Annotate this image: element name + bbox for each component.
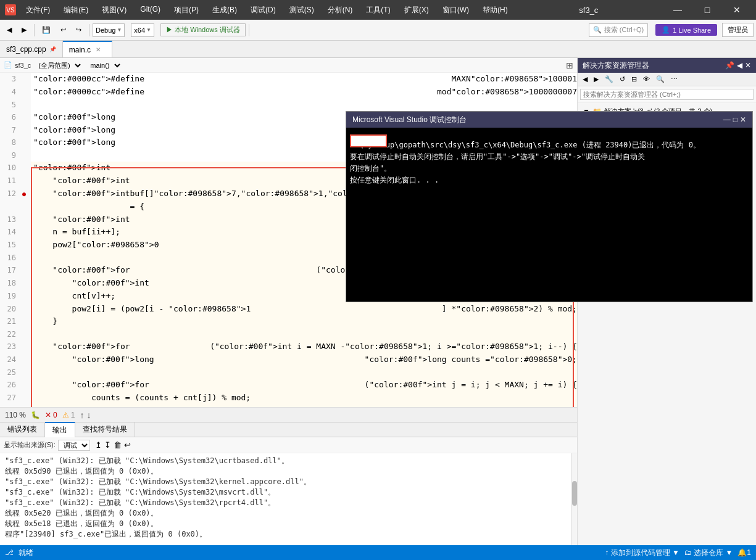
menu-item[interactable]: 扩展(X) [398, 2, 435, 18]
tab-output[interactable]: 输出 [45, 422, 75, 437]
scope-dropdown[interactable]: (全局范围) [33, 60, 83, 70]
menu-item[interactable]: 调试(D) [244, 2, 282, 18]
nav-up-arrow[interactable]: ↑ [80, 410, 84, 420]
manage-label: 管理员 [728, 26, 748, 33]
menu-item[interactable]: 分析(N) [322, 2, 359, 18]
output-scroll-bottom-icon[interactable]: ↧ [104, 440, 111, 450]
line-content [31, 328, 577, 340]
tab-label-sf3-cpp: sf3_cpp.cpp [6, 45, 46, 54]
redo-button[interactable]: ↪ [72, 23, 86, 36]
solution-search-input[interactable] [580, 89, 754, 100]
gutter [22, 340, 31, 353]
panel-pin-icon[interactable]: 📌 [725, 61, 734, 70]
se-forward-icon[interactable]: ▶ [591, 74, 601, 84]
debug-input[interactable]: 100 [350, 134, 387, 147]
collapse-button[interactable]: ⊞ [566, 60, 573, 70]
se-properties-icon[interactable]: 🔧 [602, 74, 616, 84]
tab-sf3-cpp[interactable]: sf3_cpp.cpp 📌 [0, 41, 63, 57]
debug-console-maximize[interactable]: □ [733, 115, 737, 124]
close-button[interactable]: ✕ [723, 0, 751, 20]
menu-item[interactable]: 工具(T) [360, 2, 396, 18]
panel-close-icon[interactable]: ✕ [745, 61, 751, 70]
output-panel: 错误列表 输出 查找符号结果 显示输出来源(S): 调试 ↥ ↧ 🗑 ↩ [0, 422, 577, 545]
code-line-25: 25 [0, 366, 577, 379]
nav-down-arrow[interactable]: ↓ [86, 410, 91, 420]
tab-find-symbol[interactable]: 查找符号结果 [75, 422, 135, 437]
minimize-button[interactable]: — [663, 0, 692, 20]
tab-error-list[interactable]: 错误列表 [0, 422, 45, 437]
menu-item[interactable]: 窗口(W) [436, 2, 475, 18]
forward-button[interactable]: ▶ [17, 23, 31, 36]
location-bar: 📄 sf3_c (全局范围) main() ⊞ [0, 58, 577, 73]
status-ready: 就绪 [19, 548, 33, 558]
line-number: 15 [0, 239, 22, 252]
gutter [22, 136, 31, 149]
tab-main-c[interactable]: main.c ✕ [63, 41, 112, 57]
se-back-icon[interactable]: ◀ [580, 74, 590, 84]
menu-item[interactable]: 项目(P) [168, 2, 205, 18]
se-filter-icon[interactable]: 🔍 [654, 74, 667, 84]
line-number: 11 [0, 175, 22, 187]
add-source-control[interactable]: ↑ 添加到源代码管理 ▼ [605, 548, 679, 558]
se-show-all-icon[interactable]: 👁 [641, 74, 652, 84]
menu-item[interactable]: 编辑(E) [57, 2, 94, 18]
output-source-dropdown[interactable]: 调试 [58, 440, 90, 451]
status-bar: ⎇ 就绪 ↑ 添加到源代码管理 ▼ 🗂 选择仓库 ▼ 🔔1 [0, 545, 756, 560]
debug-config-dropdown[interactable]: Debug ▼ [93, 23, 125, 37]
output-scrollbar[interactable] [571, 453, 577, 545]
error-icon: ✕ [45, 411, 51, 419]
scrollbar-thumb[interactable] [572, 481, 577, 506]
line-content: "color:#00f">int [31, 187, 130, 213]
maximize-button[interactable]: □ [693, 0, 721, 20]
output-clear-icon[interactable]: 🗑 [114, 440, 122, 450]
menu-item[interactable]: 文件(F) [20, 2, 56, 18]
se-refresh-icon[interactable]: ↺ [617, 74, 628, 84]
output-scroll-top-icon[interactable]: ↥ [95, 440, 102, 450]
line-content: "color:#0000cc">#define [31, 86, 437, 99]
tab-label-main-c: main.c [69, 46, 91, 54]
debug-console-close[interactable]: ✕ [740, 115, 746, 124]
tab-close-main-c[interactable]: ✕ [94, 46, 102, 54]
menu-item[interactable]: 生成(B) [206, 2, 243, 18]
code-line-27: 27 counts = (counts + cnt[j]) % mod; [0, 392, 577, 405]
manage-button[interactable]: 管理员 [722, 23, 754, 37]
gutter [22, 264, 31, 277]
line-number: 9 [0, 149, 22, 162]
se-collapse-all-icon[interactable]: ⊟ [629, 74, 639, 84]
line-number: 28 [0, 405, 22, 407]
platform-dropdown[interactable]: x64 ▼ [131, 23, 154, 37]
panel-collapse-icon[interactable]: ◀ [737, 61, 742, 70]
save-all-button[interactable]: 💾 [38, 23, 55, 36]
gutter [22, 405, 31, 407]
live-share-icon: 👤 [662, 26, 670, 34]
line-number: 19 [0, 290, 22, 303]
menu-item[interactable]: Git(G) [134, 2, 167, 18]
status-right: ↑ 添加到源代码管理 ▼ 🗂 选择仓库 ▼ 🔔1 [605, 548, 751, 558]
output-wrap-icon[interactable]: ↩ [124, 440, 131, 450]
run-button[interactable]: ▶ 本地 Windows 调试器 [160, 23, 246, 36]
line-number: 4 [0, 86, 22, 99]
line-content: "color:#00f">long [31, 353, 365, 366]
debug-console-title: Microsoft Visual Studio 调试控制台 [352, 115, 467, 125]
line-content: } [31, 315, 577, 328]
select-repo[interactable]: 🗂 选择仓库 ▼ [684, 548, 733, 558]
notification-icon[interactable]: 🔔1 [737, 548, 751, 557]
menu-item[interactable]: 测试(S) [283, 2, 320, 18]
dropdown-arrow-icon: ▼ [117, 27, 122, 33]
search-box[interactable]: 🔍 搜索 (Ctrl+Q) [589, 23, 648, 37]
live-share-button[interactable]: 👤 1 Live Share [655, 24, 717, 36]
line-number: 8 [0, 136, 22, 149]
line-content: counts = (counts + cnt[j]) % mod; [31, 392, 577, 405]
title-bar-right: — □ ✕ [663, 0, 751, 20]
live-share-label: 1 Live Share [673, 27, 711, 34]
line-content: "color:#00f">for [31, 379, 365, 392]
menu-item[interactable]: 视图(V) [96, 2, 133, 18]
debug-console-minimize[interactable]: — [723, 115, 731, 124]
menu-item[interactable]: 帮助(H) [476, 2, 514, 18]
back-button[interactable]: ◀ [2, 23, 16, 36]
gutter [22, 111, 31, 124]
run-label: ▶ 本地 Windows 调试器 [166, 25, 240, 35]
undo-button[interactable]: ↩ [56, 23, 70, 36]
se-more-icon[interactable]: ⋯ [668, 74, 680, 84]
func-dropdown[interactable]: main() [85, 60, 122, 70]
